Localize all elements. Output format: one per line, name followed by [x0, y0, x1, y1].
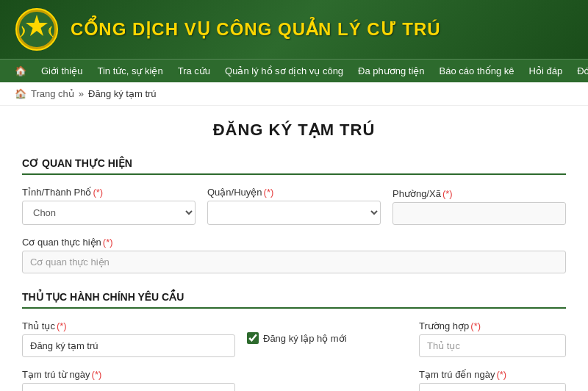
form-row-location: Tỉnh/Thành Phố(*) Chon Quận/Huyện(*) Phư…: [22, 187, 566, 225]
section-thu-tuc-header: THỦ TỤC HÀNH CHÍNH YÊU CẦU: [22, 291, 566, 309]
nav-da-phuong-tien[interactable]: Đa phương tiện: [351, 60, 432, 82]
form-group-quan: Quận/Huyện(*): [207, 187, 381, 225]
phuong-label: Phường/Xã(*): [392, 188, 566, 199]
tinh-label: Tỉnh/Thành Phố(*): [22, 187, 196, 198]
to-date-label: Tạm trú đến ngày(*): [419, 369, 566, 380]
from-date-label: Tạm trú từ ngày(*): [22, 369, 235, 380]
nav-bao-cao[interactable]: Báo cáo thống kê: [432, 60, 522, 82]
thutuc-label: Thủ tục(*): [22, 320, 235, 331]
breadcrumb-home-link[interactable]: Trang chủ: [31, 88, 74, 99]
header: CỔNG DỊCH VỤ CÔNG QUẢN LÝ CƯ TRÚ: [0, 0, 588, 59]
form-row-dates: Tạm trú từ ngày(*) Tạm trú đến ngày(*): [22, 369, 566, 391]
thutuc-input[interactable]: [22, 334, 235, 357]
nav-home[interactable]: 🏠: [7, 60, 34, 82]
nav-dong-gop[interactable]: Đóng góp ý kiến: [570, 60, 588, 82]
page-title: ĐĂNG KÝ TẠM TRÚ: [22, 121, 566, 140]
nav-gioi-thieu[interactable]: Giới thiệu: [34, 60, 90, 82]
form-group-phuong: Phường/Xã(*): [392, 188, 566, 225]
breadcrumb-home-icon: 🏠: [15, 88, 26, 99]
main-content: ĐĂNG KÝ TẠM TRÚ CƠ QUAN THỰC HIỆN Tỉnh/T…: [0, 106, 588, 391]
header-title: CỔNG DỊCH VỤ CÔNG QUẢN LÝ CƯ TRÚ: [71, 19, 441, 40]
form-group-thutuc: Thủ tục(*): [22, 320, 235, 357]
coquan-input[interactable]: [22, 251, 566, 273]
main-nav: 🏠 Giới thiệu Tin tức, sự kiện Tra cứu Qu…: [0, 59, 588, 82]
quan-label: Quận/Huyện(*): [207, 187, 381, 198]
breadcrumb-current: Đăng ký tạm trú: [88, 88, 157, 99]
tinh-select[interactable]: Chon: [22, 201, 196, 225]
checkbox-lap-ho-moi[interactable]: [247, 332, 259, 344]
nav-tin-tuc[interactable]: Tin tức, sự kiện: [90, 60, 170, 82]
from-date-input[interactable]: [22, 383, 235, 391]
to-date-input[interactable]: [419, 383, 566, 391]
phuong-input[interactable]: [392, 202, 566, 225]
section-co-quan: CƠ QUAN THỰC HIỆN Tỉnh/Thành Phố(*) Chon…: [22, 157, 566, 273]
form-group-tinh: Tỉnh/Thành Phố(*) Chon: [22, 187, 196, 225]
truonghop-input[interactable]: [419, 334, 566, 357]
truonghop-label: Trường hợp(*): [419, 320, 566, 331]
form-group-checkbox: Đăng ký lập hộ mới: [247, 332, 407, 345]
form-group-coquan: Cơ quan thực hiện(*): [22, 237, 566, 273]
checkbox-label[interactable]: Đăng ký lập hộ mới: [247, 332, 407, 344]
nav-tra-cuu[interactable]: Tra cứu: [171, 60, 218, 82]
coquan-label: Cơ quan thực hiện(*): [22, 237, 566, 248]
breadcrumb: 🏠 Trang chủ » Đăng ký tạm trú: [0, 82, 588, 106]
quan-select[interactable]: [207, 201, 381, 225]
section-thu-tuc: THỦ TỤC HÀNH CHÍNH YÊU CẦU Thủ tục(*) Đă…: [22, 291, 566, 391]
nav-quan-ly[interactable]: Quản lý hồ sơ dịch vụ công: [218, 60, 351, 82]
nav-hoi-dap[interactable]: Hỏi đáp: [522, 60, 570, 82]
breadcrumb-sep: »: [79, 88, 84, 99]
form-row-thutuc: Thủ tục(*) Đăng ký lập hộ mới Trường hợp…: [22, 320, 566, 357]
form-group-from-date: Tạm trú từ ngày(*): [22, 369, 235, 391]
form-row-coquan: Cơ quan thực hiện(*): [22, 237, 566, 273]
form-group-truonghop: Trường hợp(*): [419, 320, 566, 357]
form-group-to-date: Tạm trú đến ngày(*): [419, 369, 566, 391]
logo-icon: [15, 7, 59, 51]
section-co-quan-header: CƠ QUAN THỰC HIỆN: [22, 157, 566, 175]
